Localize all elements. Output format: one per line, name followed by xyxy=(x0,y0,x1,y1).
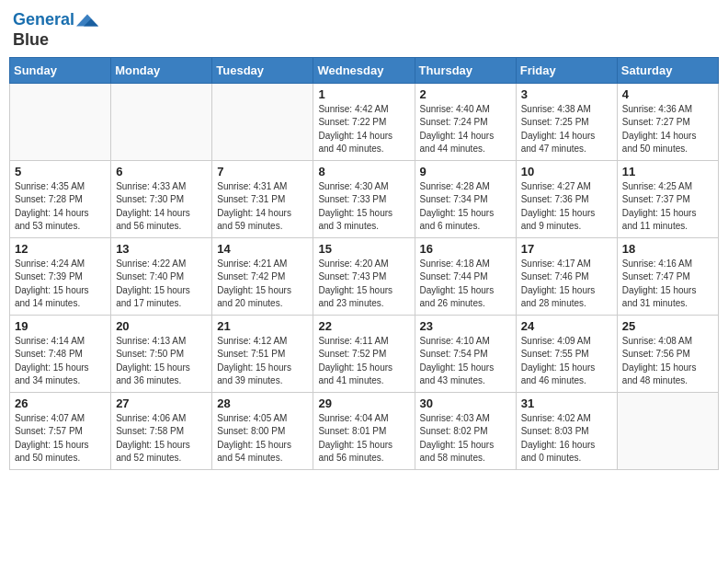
header-monday: Monday xyxy=(111,57,212,83)
day-info: Sunrise: 4:17 AMSunset: 7:46 PMDaylight:… xyxy=(521,258,612,311)
day-info: Sunrise: 4:04 AMSunset: 8:01 PMDaylight:… xyxy=(318,412,409,465)
calendar-table: SundayMondayTuesdayWednesdayThursdayFrid… xyxy=(9,57,719,470)
day-info: Sunrise: 4:14 AMSunset: 7:48 PMDaylight:… xyxy=(15,335,106,388)
calendar-cell: 6Sunrise: 4:33 AMSunset: 7:30 PMDaylight… xyxy=(111,160,212,237)
week-row-5: 26Sunrise: 4:07 AMSunset: 7:57 PMDayligh… xyxy=(10,392,719,469)
calendar-cell: 29Sunrise: 4:04 AMSunset: 8:01 PMDayligh… xyxy=(313,392,415,469)
day-info: Sunrise: 4:31 AMSunset: 7:31 PMDaylight:… xyxy=(217,180,308,234)
calendar-cell xyxy=(617,392,718,469)
day-info: Sunrise: 4:08 AMSunset: 7:56 PMDaylight:… xyxy=(622,335,713,388)
day-number: 25 xyxy=(622,319,713,333)
day-number: 20 xyxy=(116,319,207,333)
calendar-cell: 27Sunrise: 4:06 AMSunset: 7:58 PMDayligh… xyxy=(111,392,212,469)
calendar-cell: 21Sunrise: 4:12 AMSunset: 7:51 PMDayligh… xyxy=(212,315,313,392)
day-number: 13 xyxy=(116,242,207,256)
day-info: Sunrise: 4:24 AMSunset: 7:39 PMDaylight:… xyxy=(15,258,106,311)
day-info: Sunrise: 4:09 AMSunset: 7:55 PMDaylight:… xyxy=(521,335,612,388)
calendar-cell: 28Sunrise: 4:05 AMSunset: 8:00 PMDayligh… xyxy=(212,392,313,469)
day-number: 11 xyxy=(622,165,713,178)
day-info: Sunrise: 4:35 AMSunset: 7:28 PMDaylight:… xyxy=(15,180,106,234)
day-number: 16 xyxy=(420,242,511,256)
day-number: 26 xyxy=(15,396,106,410)
calendar-cell: 9Sunrise: 4:28 AMSunset: 7:34 PMDaylight… xyxy=(415,160,516,237)
day-info: Sunrise: 4:22 AMSunset: 7:40 PMDaylight:… xyxy=(116,258,207,311)
week-row-3: 12Sunrise: 4:24 AMSunset: 7:39 PMDayligh… xyxy=(10,237,719,315)
day-info: Sunrise: 4:02 AMSunset: 8:03 PMDaylight:… xyxy=(521,412,612,465)
day-number: 12 xyxy=(15,242,106,256)
calendar-cell: 31Sunrise: 4:02 AMSunset: 8:03 PMDayligh… xyxy=(516,392,617,469)
day-info: Sunrise: 4:05 AMSunset: 8:00 PMDaylight:… xyxy=(217,412,308,465)
calendar-cell: 5Sunrise: 4:35 AMSunset: 7:28 PMDaylight… xyxy=(10,160,111,237)
day-number: 7 xyxy=(217,165,308,178)
calendar-cell: 13Sunrise: 4:22 AMSunset: 7:40 PMDayligh… xyxy=(111,237,212,315)
calendar-cell: 26Sunrise: 4:07 AMSunset: 7:57 PMDayligh… xyxy=(10,392,111,469)
day-info: Sunrise: 4:28 AMSunset: 7:34 PMDaylight:… xyxy=(420,180,511,234)
calendar-cell: 12Sunrise: 4:24 AMSunset: 7:39 PMDayligh… xyxy=(10,237,111,315)
calendar-cell: 3Sunrise: 4:38 AMSunset: 7:25 PMDaylight… xyxy=(516,83,617,160)
day-number: 29 xyxy=(318,396,409,410)
calendar-cell: 2Sunrise: 4:40 AMSunset: 7:24 PMDaylight… xyxy=(415,83,516,160)
calendar-cell: 1Sunrise: 4:42 AMSunset: 7:22 PMDaylight… xyxy=(313,83,415,160)
header-wednesday: Wednesday xyxy=(313,57,415,83)
calendar-cell: 24Sunrise: 4:09 AMSunset: 7:55 PMDayligh… xyxy=(516,315,617,392)
day-info: Sunrise: 4:38 AMSunset: 7:25 PMDaylight:… xyxy=(521,103,612,156)
day-number: 24 xyxy=(521,319,612,333)
day-info: Sunrise: 4:07 AMSunset: 7:57 PMDaylight:… xyxy=(15,412,106,465)
day-number: 4 xyxy=(622,87,713,101)
logo-text: General Blue xyxy=(13,9,98,50)
calendar-cell: 23Sunrise: 4:10 AMSunset: 7:54 PMDayligh… xyxy=(415,315,516,392)
logo: General Blue xyxy=(13,9,98,50)
day-number: 27 xyxy=(116,396,207,410)
day-info: Sunrise: 4:13 AMSunset: 7:50 PMDaylight:… xyxy=(116,335,207,388)
week-row-1: 1Sunrise: 4:42 AMSunset: 7:22 PMDaylight… xyxy=(10,83,719,160)
calendar-cell: 30Sunrise: 4:03 AMSunset: 8:02 PMDayligh… xyxy=(415,392,516,469)
day-number: 10 xyxy=(521,165,612,178)
calendar-cell: 11Sunrise: 4:25 AMSunset: 7:37 PMDayligh… xyxy=(617,160,718,237)
day-info: Sunrise: 4:42 AMSunset: 7:22 PMDaylight:… xyxy=(318,103,409,156)
calendar-cell: 25Sunrise: 4:08 AMSunset: 7:56 PMDayligh… xyxy=(617,315,718,392)
calendar-cell: 4Sunrise: 4:36 AMSunset: 7:27 PMDaylight… xyxy=(617,83,718,160)
calendar-cell: 19Sunrise: 4:14 AMSunset: 7:48 PMDayligh… xyxy=(10,315,111,392)
day-number: 19 xyxy=(15,319,106,333)
day-number: 8 xyxy=(318,165,409,178)
day-info: Sunrise: 4:25 AMSunset: 7:37 PMDaylight:… xyxy=(622,180,713,234)
calendar-cell: 17Sunrise: 4:17 AMSunset: 7:46 PMDayligh… xyxy=(516,237,617,315)
day-info: Sunrise: 4:21 AMSunset: 7:42 PMDaylight:… xyxy=(217,258,308,311)
header-saturday: Saturday xyxy=(617,57,718,83)
day-info: Sunrise: 4:20 AMSunset: 7:43 PMDaylight:… xyxy=(318,258,409,311)
calendar-cell: 16Sunrise: 4:18 AMSunset: 7:44 PMDayligh… xyxy=(415,237,516,315)
day-info: Sunrise: 4:03 AMSunset: 8:02 PMDaylight:… xyxy=(420,412,511,465)
day-number: 3 xyxy=(521,87,612,101)
day-number: 18 xyxy=(622,242,713,256)
header-friday: Friday xyxy=(516,57,617,83)
week-row-2: 5Sunrise: 4:35 AMSunset: 7:28 PMDaylight… xyxy=(10,160,719,237)
day-info: Sunrise: 4:18 AMSunset: 7:44 PMDaylight:… xyxy=(420,258,511,311)
day-number: 2 xyxy=(420,87,511,101)
day-info: Sunrise: 4:12 AMSunset: 7:51 PMDaylight:… xyxy=(217,335,308,388)
day-number: 22 xyxy=(318,319,409,333)
day-number: 31 xyxy=(521,396,612,410)
day-number: 23 xyxy=(420,319,511,333)
day-info: Sunrise: 4:10 AMSunset: 7:54 PMDaylight:… xyxy=(420,335,511,388)
day-number: 9 xyxy=(420,165,511,178)
day-number: 14 xyxy=(217,242,308,256)
calendar-cell xyxy=(212,83,313,160)
day-info: Sunrise: 4:40 AMSunset: 7:24 PMDaylight:… xyxy=(420,103,511,156)
calendar-cell: 7Sunrise: 4:31 AMSunset: 7:31 PMDaylight… xyxy=(212,160,313,237)
calendar-cell: 14Sunrise: 4:21 AMSunset: 7:42 PMDayligh… xyxy=(212,237,313,315)
day-number: 30 xyxy=(420,396,511,410)
day-info: Sunrise: 4:27 AMSunset: 7:36 PMDaylight:… xyxy=(521,180,612,234)
calendar-cell: 18Sunrise: 4:16 AMSunset: 7:47 PMDayligh… xyxy=(617,237,718,315)
day-info: Sunrise: 4:30 AMSunset: 7:33 PMDaylight:… xyxy=(318,180,409,234)
day-info: Sunrise: 4:33 AMSunset: 7:30 PMDaylight:… xyxy=(116,180,207,234)
header-thursday: Thursday xyxy=(415,57,516,83)
week-row-4: 19Sunrise: 4:14 AMSunset: 7:48 PMDayligh… xyxy=(10,315,719,392)
calendar-cell: 22Sunrise: 4:11 AMSunset: 7:52 PMDayligh… xyxy=(313,315,415,392)
day-info: Sunrise: 4:11 AMSunset: 7:52 PMDaylight:… xyxy=(318,335,409,388)
header-tuesday: Tuesday xyxy=(212,57,313,83)
calendar-header-row: SundayMondayTuesdayWednesdayThursdayFrid… xyxy=(10,57,719,83)
page-header: General Blue xyxy=(9,9,719,50)
day-number: 1 xyxy=(318,87,409,101)
day-number: 21 xyxy=(217,319,308,333)
day-number: 15 xyxy=(318,242,409,256)
